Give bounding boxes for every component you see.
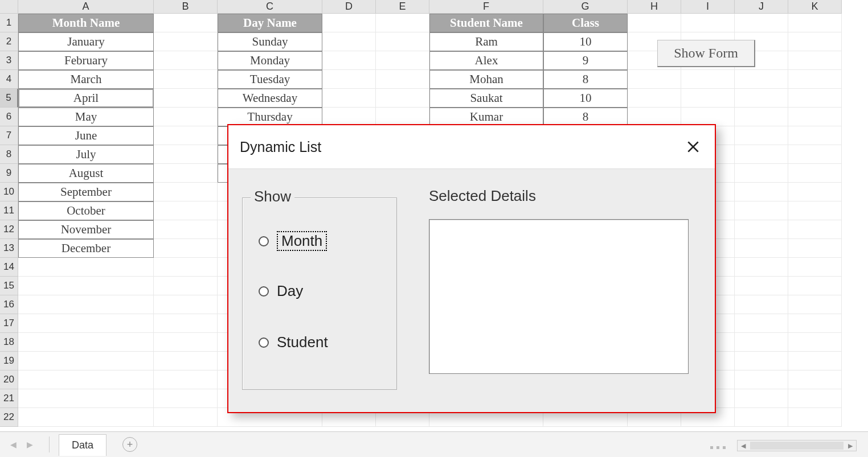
scroll-left-icon[interactable]: ◀ — [738, 440, 749, 451]
dialog-close-button[interactable] — [682, 135, 705, 158]
cell-J10[interactable] — [735, 183, 788, 201]
cell-B13[interactable] — [154, 239, 218, 258]
cell-B6[interactable] — [154, 108, 218, 126]
cell-K21[interactable] — [788, 389, 842, 408]
cell-A9[interactable]: August — [18, 164, 154, 183]
col-header-D[interactable]: D — [322, 0, 376, 14]
cell-B17[interactable] — [154, 314, 218, 333]
cell-A19[interactable] — [18, 352, 154, 370]
cell-J11[interactable] — [735, 201, 788, 220]
cell-C2[interactable]: Sunday — [218, 32, 322, 51]
cell-E5[interactable] — [376, 89, 429, 108]
row-header-5[interactable]: 5 — [0, 89, 18, 108]
cell-F3[interactable]: Alex — [429, 51, 543, 70]
cell-J14[interactable] — [735, 258, 788, 277]
cell-I4[interactable] — [681, 70, 735, 89]
cell-J1[interactable] — [735, 14, 788, 32]
cell-G4[interactable]: 8 — [543, 70, 628, 89]
col-header-J[interactable]: J — [735, 0, 788, 14]
row-header-9[interactable]: 9 — [0, 164, 18, 183]
col-header-F[interactable]: F — [429, 0, 543, 14]
cell-K11[interactable] — [788, 201, 842, 220]
cell-B14[interactable] — [154, 258, 218, 277]
cell-A8[interactable]: July — [18, 145, 154, 164]
cell-B19[interactable] — [154, 352, 218, 370]
row-header-13[interactable]: 13 — [0, 239, 18, 258]
cell-B9[interactable] — [154, 164, 218, 183]
radio-student[interactable]: Student — [259, 334, 396, 351]
cell-A12[interactable]: November — [18, 220, 154, 239]
cell-F5[interactable]: Saukat — [429, 89, 543, 108]
cell-B5[interactable] — [154, 89, 218, 108]
cell-K1[interactable] — [788, 14, 842, 32]
cell-K20[interactable] — [788, 370, 842, 389]
cell-A18[interactable] — [18, 333, 154, 352]
cell-K18[interactable] — [788, 333, 842, 352]
cell-H5[interactable] — [628, 89, 681, 108]
cell-E2[interactable] — [376, 32, 429, 51]
cell-K6[interactable] — [788, 108, 842, 126]
cell-K9[interactable] — [788, 164, 842, 183]
cell-K17[interactable] — [788, 314, 842, 333]
cell-J4[interactable] — [735, 70, 788, 89]
cell-J21[interactable] — [735, 389, 788, 408]
cell-K22[interactable] — [788, 408, 842, 427]
cell-A21[interactable] — [18, 389, 154, 408]
cell-J19[interactable] — [735, 352, 788, 370]
cell-B22[interactable] — [154, 408, 218, 427]
cell-K15[interactable] — [788, 277, 842, 295]
cell-J12[interactable] — [735, 220, 788, 239]
cell-J20[interactable] — [735, 370, 788, 389]
row-header-10[interactable]: 10 — [0, 183, 18, 201]
row-header-3[interactable]: 3 — [0, 51, 18, 70]
horizontal-scrollbar[interactable]: ◀ ▶ — [737, 440, 857, 451]
cell-G3[interactable]: 9 — [543, 51, 628, 70]
row-header-18[interactable]: 18 — [0, 333, 18, 352]
cell-B12[interactable] — [154, 220, 218, 239]
cell-J13[interactable] — [735, 239, 788, 258]
cell-B1[interactable] — [154, 14, 218, 32]
cell-B7[interactable] — [154, 126, 218, 145]
cell-G5[interactable]: 10 — [543, 89, 628, 108]
selected-details-listbox[interactable] — [429, 219, 689, 374]
cell-A20[interactable] — [18, 370, 154, 389]
cell-B3[interactable] — [154, 51, 218, 70]
row-header-12[interactable]: 12 — [0, 220, 18, 239]
cell-B18[interactable] — [154, 333, 218, 352]
cell-B11[interactable] — [154, 201, 218, 220]
row-header-20[interactable]: 20 — [0, 370, 18, 389]
cell-K19[interactable] — [788, 352, 842, 370]
scroll-thumb[interactable] — [750, 442, 844, 450]
cell-A6[interactable]: May — [18, 108, 154, 126]
cell-D2[interactable] — [322, 32, 376, 51]
row-header-1[interactable]: 1 — [0, 14, 18, 32]
cell-D3[interactable] — [322, 51, 376, 70]
cell-K8[interactable] — [788, 145, 842, 164]
cell-K12[interactable] — [788, 220, 842, 239]
row-header-4[interactable]: 4 — [0, 70, 18, 89]
cell-J9[interactable] — [735, 164, 788, 183]
cell-B10[interactable] — [154, 183, 218, 201]
col-header-G[interactable]: G — [543, 0, 628, 14]
tab-next-icon[interactable]: ▶ — [27, 440, 33, 449]
cell-A15[interactable] — [18, 277, 154, 295]
cell-K7[interactable] — [788, 126, 842, 145]
cell-A17[interactable] — [18, 314, 154, 333]
cell-C4[interactable]: Tuesday — [218, 70, 322, 89]
cell-A4[interactable]: March — [18, 70, 154, 89]
show-form-button[interactable]: Show Form — [657, 40, 755, 67]
row-header-19[interactable]: 19 — [0, 352, 18, 370]
col-header-H[interactable]: H — [628, 0, 681, 14]
cell-K16[interactable] — [788, 295, 842, 314]
cell-B21[interactable] — [154, 389, 218, 408]
row-header-8[interactable]: 8 — [0, 145, 18, 164]
cell-A1[interactable]: Month Name — [18, 14, 154, 32]
cell-J17[interactable] — [735, 314, 788, 333]
row-header-17[interactable]: 17 — [0, 314, 18, 333]
cell-I5[interactable] — [681, 89, 735, 108]
cell-B16[interactable] — [154, 295, 218, 314]
cell-J16[interactable] — [735, 295, 788, 314]
cell-D1[interactable] — [322, 14, 376, 32]
cell-J5[interactable] — [735, 89, 788, 108]
cell-I1[interactable] — [681, 14, 735, 32]
